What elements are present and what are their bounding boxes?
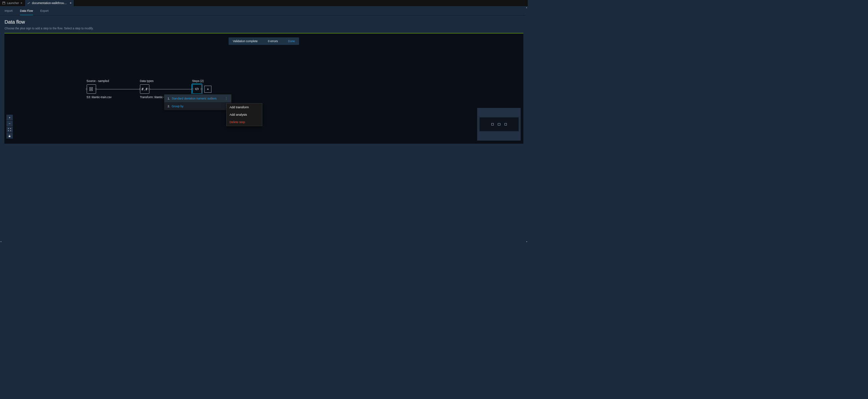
fit-screen-button[interactable] — [6, 127, 12, 133]
menu-add-analysis[interactable]: Add analysis — [227, 111, 262, 118]
node-steps[interactable]: Steps (2) + — [192, 79, 211, 94]
port — [139, 88, 141, 90]
lock-icon — [8, 135, 11, 138]
minimap-viewport — [480, 117, 519, 131]
ide-tab-launcher[interactable]: Launcher × — [0, 0, 25, 6]
step-row[interactable]: 1. Standard deviation numeric outliers ⋮ — [164, 94, 231, 102]
scroll-left-icon[interactable]: ◂ — [0, 240, 1, 243]
tab-data-flow[interactable]: Data Flow — [20, 9, 33, 15]
zoom-out-button[interactable]: − — [6, 121, 12, 127]
close-icon[interactable]: × — [70, 1, 71, 5]
kebab-icon[interactable]: ⋮ — [225, 96, 228, 100]
types-glyph: #.# — [142, 87, 148, 91]
step-row[interactable]: 2. Group by ⋮ — [164, 102, 231, 110]
step-name: Group by — [172, 105, 183, 108]
minimap-node — [491, 123, 494, 125]
launcher-icon — [2, 2, 5, 5]
page-header: Data flow Choose the plus sign to add a … — [0, 16, 528, 33]
file-icon — [89, 87, 93, 91]
step-number: 1. — [168, 97, 170, 100]
canvas-controls: + − — [6, 115, 12, 139]
svg-rect-5 — [9, 136, 10, 137]
context-menu: Add transform Add analysis Delete step — [226, 103, 262, 126]
tab-import[interactable]: Import — [4, 9, 12, 15]
node-types-label: Data types — [140, 79, 165, 83]
minimap-node — [504, 123, 507, 125]
section-tabs: Import Data Flow Export — [0, 6, 528, 16]
tab-export[interactable]: Export — [40, 9, 49, 15]
node-source-sub: S3: titantic-train.csv — [87, 95, 112, 99]
toast-done-link[interactable]: Done — [288, 39, 295, 43]
add-step-button[interactable]: + — [204, 86, 211, 93]
node-source-label: Source - sampled — [87, 79, 112, 83]
edge — [150, 89, 192, 89]
step-number: 2. — [168, 105, 170, 108]
menu-delete-step[interactable]: Delete step — [227, 118, 262, 126]
validation-toast: Validation complete 0 errors Done — [229, 37, 299, 45]
port — [86, 88, 88, 90]
ide-tab-document[interactable]: documentation-walkthrough- × — [25, 0, 74, 6]
toast-status: Validation complete — [233, 39, 258, 43]
fullscreen-icon — [8, 128, 11, 131]
code-icon — [195, 87, 199, 91]
zoom-in-button[interactable]: + — [6, 115, 12, 121]
steps-popover: 1. Standard deviation numeric outliers ⋮… — [164, 94, 232, 110]
page-title: Data flow — [4, 19, 523, 25]
node-steps-box[interactable] — [192, 84, 202, 94]
minimap[interactable] — [477, 108, 521, 141]
ide-tab-label: Launcher — [7, 1, 19, 5]
node-source-box[interactable] — [87, 84, 96, 94]
flow-canvas[interactable]: Validation complete 0 errors Done Source… — [4, 33, 523, 144]
svg-rect-0 — [3, 2, 5, 4]
scroll-up-icon[interactable]: ▴ — [526, 6, 527, 8]
flow-file-icon — [27, 2, 30, 5]
horizontal-scrollbar[interactable]: ◂ ▸ — [0, 240, 528, 243]
vertical-scrollbar[interactable]: ▴ — [525, 6, 528, 240]
plus-icon: + — [207, 87, 209, 91]
step-name: Standard deviation numeric outliers — [172, 97, 216, 100]
node-steps-label: Steps (2) — [192, 79, 211, 83]
close-icon[interactable]: × — [21, 1, 22, 5]
edge — [96, 89, 140, 89]
port — [201, 88, 202, 90]
scroll-right-icon[interactable]: ▸ — [526, 240, 527, 243]
lock-button[interactable] — [6, 133, 12, 139]
port — [192, 88, 193, 90]
menu-add-transform[interactable]: Add transform — [227, 104, 262, 111]
node-types-box[interactable]: #.# — [140, 84, 149, 94]
page-subtitle: Choose the plus sign to add a step to th… — [4, 27, 523, 30]
toast-errors: 0 errors — [268, 39, 278, 43]
ide-tab-label: documentation-walkthrough- — [32, 1, 68, 5]
ide-tab-bar: Launcher × documentation-walkthrough- × — [0, 0, 528, 6]
node-types-sub: Transform: titantic-t — [140, 95, 165, 99]
minimap-node — [498, 123, 500, 125]
